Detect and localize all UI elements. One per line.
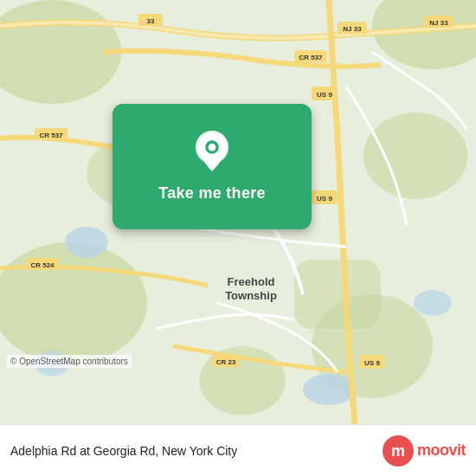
svg-rect-8 (294, 260, 381, 329)
svg-point-37 (209, 144, 216, 151)
svg-point-3 (363, 113, 467, 199)
take-me-there-button[interactable]: Take me there (113, 104, 312, 229)
svg-text:CR 537: CR 537 (299, 54, 323, 61)
svg-text:NJ 33: NJ 33 (429, 19, 448, 27)
svg-point-10 (303, 374, 355, 405)
svg-text:33: 33 (147, 17, 155, 25)
location-pin-icon (190, 131, 235, 176)
svg-text:Township: Township (225, 289, 277, 302)
svg-text:US 9: US 9 (317, 91, 332, 99)
svg-text:m: m (391, 442, 405, 460)
moovit-icon: m (383, 435, 414, 466)
take-me-there-label: Take me there (158, 184, 266, 203)
map-container: 33 NJ 33 NJ 33 CR 537 CR 537 US 9 US 9 U… (0, 0, 476, 424)
svg-text:CR 23: CR 23 (216, 358, 236, 366)
bottom-bar: Adelphia Rd at Georgia Rd, New York City… (0, 424, 476, 476)
svg-point-9 (65, 227, 108, 258)
svg-text:US 9: US 9 (364, 359, 380, 367)
svg-text:NJ 33: NJ 33 (343, 25, 362, 33)
svg-text:US 9: US 9 (317, 195, 332, 203)
moovit-text: moovit (417, 441, 466, 460)
moovit-logo: m moovit (383, 435, 466, 466)
location-text: Adelphia Rd at Georgia Rd, New York City (10, 444, 383, 458)
svg-text:Freehold: Freehold (228, 275, 275, 288)
copyright-text: © OpenStreetMap contributors (7, 355, 132, 368)
svg-text:CR 524: CR 524 (30, 261, 55, 269)
svg-point-11 (414, 290, 452, 316)
svg-text:CR 537: CR 537 (39, 132, 63, 139)
